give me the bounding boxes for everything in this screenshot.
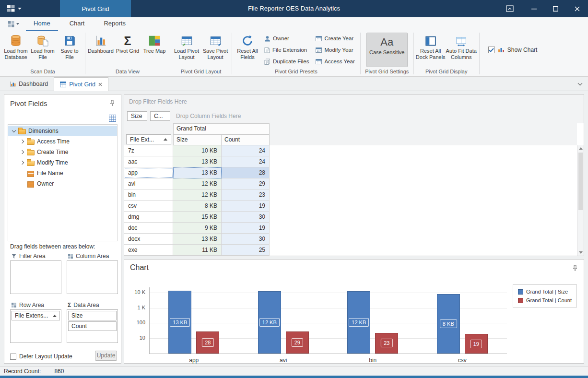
tab-list-dropdown-icon[interactable] — [578, 82, 582, 85]
count-cell[interactable]: 28 — [222, 167, 270, 178]
load-pivot-layout-button[interactable]: Load Pivot Layout — [172, 32, 201, 68]
size-field-button[interactable]: Size — [127, 111, 147, 121]
size-cell[interactable]: 8 KB — [173, 201, 222, 212]
scroll-thumb[interactable] — [578, 153, 583, 210]
window-bottom-edge — [0, 376, 588, 378]
size-cell[interactable]: 12 KB — [173, 189, 222, 201]
ribbon-tab-home[interactable]: Home — [26, 17, 58, 31]
legend-swatch — [518, 298, 523, 303]
app-icon[interactable] — [5, 0, 24, 17]
pin-icon[interactable] — [108, 99, 116, 107]
tree-item-modify-time[interactable]: Modify Time — [8, 157, 117, 168]
row-header-cell[interactable]: avi — [124, 178, 173, 189]
tree-map-button[interactable]: Tree Map — [141, 32, 168, 68]
minimize-button[interactable] — [523, 0, 545, 17]
column-fields-drop-area[interactable]: Size C... Drop Column Fields Here — [124, 109, 584, 123]
case-sensitive-toggle[interactable]: Aa Case Sensitive — [366, 33, 408, 67]
size-cell[interactable]: 11 KB — [173, 245, 222, 256]
row-header-cell[interactable]: exe — [124, 245, 173, 256]
save-pivot-layout-button[interactable]: Save Pivot Layout — [201, 32, 230, 68]
size-cell[interactable]: 13 KB — [173, 156, 222, 167]
size-column-header[interactable]: Size — [173, 134, 222, 145]
size-cell[interactable]: 9 KB — [173, 223, 222, 234]
tree-item-create-time[interactable]: Create Time — [8, 147, 117, 157]
size-cell[interactable]: 13 KB — [173, 234, 222, 245]
expander-icon[interactable] — [19, 138, 26, 145]
size-cell[interactable]: 12 KB — [173, 178, 222, 189]
expander-icon[interactable] — [10, 127, 18, 135]
load-from-database-button[interactable]: Load from Database — [2, 32, 29, 68]
tree-item-owner[interactable]: Owner — [8, 178, 117, 189]
field-chooser-icon[interactable] — [109, 115, 116, 122]
save-to-file-button[interactable]: Save to File — [56, 32, 83, 68]
tree-item-dimensions[interactable]: Dimensions — [8, 126, 117, 136]
show-chart-checkbox[interactable] — [488, 47, 495, 53]
update-button[interactable]: Update — [95, 351, 117, 361]
column-area-box[interactable] — [67, 260, 118, 294]
pivot-grid-button[interactable]: Σ Pivot Grid — [114, 32, 141, 68]
vertical-scrollbar[interactable] — [577, 145, 584, 256]
count-field-button[interactable]: C... — [150, 111, 170, 121]
data-area-field-count[interactable]: Count — [68, 321, 117, 331]
maximize-button[interactable] — [545, 0, 566, 17]
count-cell[interactable]: 24 — [222, 145, 270, 156]
access-year-preset-button[interactable]: Access Year — [313, 57, 357, 67]
tree-item-file-name[interactable]: File Name — [8, 168, 117, 178]
create-year-preset-button[interactable]: Create Year — [313, 34, 357, 44]
expander-icon[interactable] — [19, 159, 26, 166]
row-header-cell[interactable]: doc — [124, 223, 173, 234]
row-header-cell[interactable]: app — [124, 167, 173, 178]
count-cell[interactable]: 25 — [222, 245, 270, 256]
button-label: Pivot Grid — [116, 48, 139, 54]
defer-layout-checkbox[interactable] — [10, 354, 16, 360]
tree-item-access-time[interactable]: Access Time — [8, 136, 117, 147]
owner-preset-button[interactable]: Owner — [262, 34, 311, 44]
app-menu-button[interactable] — [5, 17, 22, 31]
show-chart-toggle[interactable]: Show Chart — [482, 47, 544, 53]
row-area-field-file-extension[interactable]: File Extens... — [12, 311, 60, 320]
tab-dashboard[interactable]: Dashboard — [4, 77, 54, 91]
size-cell[interactable]: 13 KB — [173, 167, 222, 178]
count-cell[interactable]: 23 — [222, 189, 270, 201]
file-extension-preset-button[interactable]: File Extension — [262, 45, 311, 55]
reset-all-fields-button[interactable]: Reset All Fields — [234, 32, 261, 68]
count-column-header[interactable]: Count — [221, 134, 270, 145]
count-cell[interactable]: 29 — [222, 178, 270, 189]
dashboard-button[interactable]: Dashboard — [87, 32, 114, 68]
scroll-up-arrow[interactable] — [577, 145, 584, 152]
row-header-cell[interactable]: dmg — [124, 212, 173, 223]
row-field-button[interactable]: File Ext... — [126, 134, 171, 144]
titlebar-pivot-grid-tab[interactable]: Pivot Grid — [60, 0, 131, 17]
ribbon-options-button[interactable] — [501, 0, 518, 17]
size-cell[interactable]: 15 KB — [173, 212, 222, 223]
ribbon-tab-reports[interactable]: Reports — [96, 17, 133, 31]
row-header-cell[interactable]: csv — [124, 201, 173, 212]
modify-year-preset-button[interactable]: Modify Year — [313, 45, 357, 55]
count-cell[interactable]: 19 — [222, 223, 270, 234]
close-tab-icon[interactable] — [98, 83, 102, 86]
auto-fit-data-columns-button[interactable]: Auto Fit Data Columns — [446, 32, 477, 68]
reset-all-dock-panels-button[interactable]: Reset All Dock Panels — [416, 32, 446, 68]
filter-area-box[interactable] — [10, 260, 61, 294]
close-button[interactable] — [566, 0, 588, 17]
data-area-field-size[interactable]: Size — [68, 311, 117, 320]
row-header-cell[interactable]: bin — [124, 189, 173, 201]
count-cell[interactable]: 19 — [222, 201, 270, 212]
tab-pivot-grid[interactable]: Pivot Grid — [54, 77, 108, 91]
duplicate-files-preset-button[interactable]: Duplicate Files — [262, 57, 311, 67]
row-header-cell[interactable]: aac — [124, 156, 173, 167]
row-area-box[interactable]: File Extens... — [10, 309, 61, 343]
count-cell[interactable]: 30 — [222, 234, 270, 245]
size-cell[interactable]: 10 KB — [173, 145, 222, 156]
row-header-cell[interactable]: 7z — [124, 145, 173, 156]
ribbon-tab-chart[interactable]: Chart — [62, 17, 93, 31]
load-from-file-button[interactable]: Load from File — [29, 32, 56, 68]
data-area-box[interactable]: Size Count — [67, 309, 118, 343]
count-cell[interactable]: 24 — [222, 156, 270, 167]
count-cell[interactable]: 30 — [222, 212, 270, 223]
row-header-cell[interactable]: docx — [124, 234, 173, 245]
filter-fields-drop-area[interactable]: Drop Filter Fields Here — [124, 94, 584, 109]
scroll-down-arrow[interactable] — [577, 249, 584, 256]
grand-total-header[interactable]: Grand Total — [173, 123, 270, 134]
expander-icon[interactable] — [19, 148, 26, 156]
